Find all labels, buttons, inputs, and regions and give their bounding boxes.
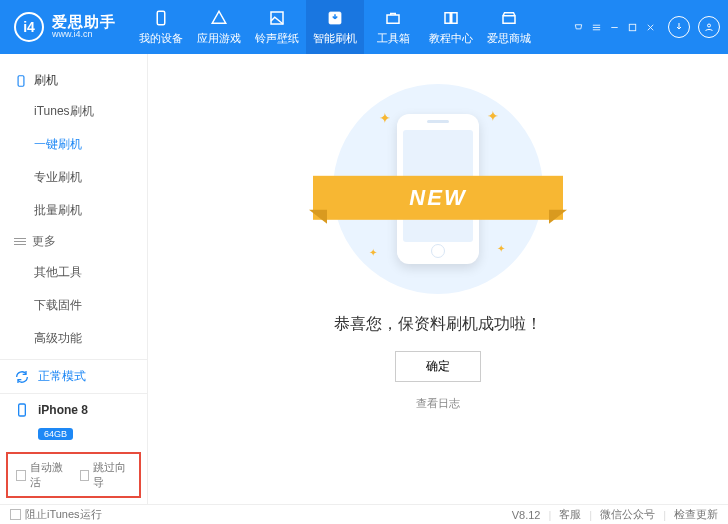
ok-button[interactable]: 确定: [395, 351, 481, 382]
sidebar-item-batch-flash[interactable]: 批量刷机: [34, 194, 147, 227]
download-button[interactable]: [668, 16, 690, 38]
sidebar-item-other-tools[interactable]: 其他工具: [34, 256, 147, 289]
nav-toolbox[interactable]: 工具箱: [364, 0, 422, 54]
section-title: 更多: [32, 233, 56, 250]
sidebar-section-more: 更多: [0, 227, 147, 256]
nav-label: 教程中心: [429, 31, 473, 46]
device-mode[interactable]: 正常模式: [0, 360, 147, 394]
version-label: V8.12: [512, 509, 541, 521]
svg-rect-7: [19, 404, 26, 416]
svg-rect-4: [629, 24, 635, 30]
success-message: 恭喜您，保资料刷机成功啦！: [334, 314, 542, 335]
wallpaper-icon: [268, 9, 286, 27]
nav-store[interactable]: 爱思商城: [480, 0, 538, 54]
svg-rect-6: [18, 75, 24, 86]
cart-icon[interactable]: [572, 21, 584, 33]
refresh-icon: [14, 369, 30, 385]
success-illustration: NEW ✦ ✦ ✦ ✦: [333, 84, 543, 294]
nav-apps[interactable]: 应用游戏: [190, 0, 248, 54]
nav-label: 工具箱: [377, 31, 410, 46]
nav-label: 铃声壁纸: [255, 31, 299, 46]
sidebar-item-itunes-flash[interactable]: iTunes刷机: [34, 95, 147, 128]
close-icon[interactable]: [644, 21, 656, 33]
brand-url: www.i4.cn: [52, 30, 116, 40]
brand-logo: i4 爱思助手 www.i4.cn: [14, 12, 116, 42]
block-itunes-checkbox[interactable]: 阻止iTunes运行: [10, 507, 102, 522]
nav-label: 爱思商城: [487, 31, 531, 46]
menu-icon: [14, 238, 26, 245]
sidebar-item-oneclick-flash[interactable]: 一键刷机: [34, 128, 147, 161]
sidebar-item-advanced[interactable]: 高级功能: [34, 322, 147, 355]
svg-point-5: [708, 24, 711, 27]
status-bar: 阻止iTunes运行 V8.12| 客服| 微信公众号| 检查更新: [0, 504, 728, 524]
nav-tutorial[interactable]: 教程中心: [422, 0, 480, 54]
mode-label: 正常模式: [38, 368, 86, 385]
sidebar-section-flash: 刷机: [0, 66, 147, 95]
header-right: [572, 16, 720, 38]
nav-flash[interactable]: 智能刷机: [306, 0, 364, 54]
checkbox-label: 阻止iTunes运行: [25, 507, 102, 522]
toolbox-icon: [384, 9, 402, 27]
checkbox-label: 自动激活: [30, 460, 68, 490]
section-title: 刷机: [34, 72, 58, 89]
storage-badge: 64GB: [38, 428, 73, 440]
skip-guide-checkbox[interactable]: 跳过向导: [80, 460, 132, 490]
sidebar-item-download-firmware[interactable]: 下载固件: [34, 289, 147, 322]
menu-icon[interactable]: [590, 21, 602, 33]
window-controls: [572, 21, 656, 33]
device-name: iPhone 8: [38, 403, 88, 417]
svg-rect-0: [157, 11, 165, 25]
phone-icon: [14, 74, 28, 88]
nav-label: 应用游戏: [197, 31, 241, 46]
main-content: NEW ✦ ✦ ✦ ✦ 恭喜您，保资料刷机成功啦！ 确定 查看日志: [148, 54, 728, 504]
logo-icon: i4: [14, 12, 44, 42]
sparkle-icon: ✦: [369, 247, 377, 258]
top-nav: 我的设备 应用游戏 铃声壁纸 智能刷机 工具箱 教程中心 爱思商城: [132, 0, 538, 54]
check-update-link[interactable]: 检查更新: [674, 507, 718, 522]
new-ribbon: NEW: [313, 176, 563, 220]
book-icon: [442, 9, 460, 27]
app-header: i4 爱思助手 www.i4.cn 我的设备 应用游戏 铃声壁纸 智能刷机 工具…: [0, 0, 728, 54]
view-log-link[interactable]: 查看日志: [416, 396, 460, 411]
checkbox-label: 跳过向导: [93, 460, 131, 490]
store-icon: [500, 9, 518, 27]
nav-my-device[interactable]: 我的设备: [132, 0, 190, 54]
svg-rect-3: [387, 15, 399, 23]
account-button[interactable]: [698, 16, 720, 38]
support-link[interactable]: 客服: [559, 507, 581, 522]
brand-name: 爱思助手: [52, 14, 116, 31]
sparkle-icon: ✦: [497, 243, 505, 254]
auto-activate-checkbox[interactable]: 自动激活: [16, 460, 68, 490]
nav-wallpaper[interactable]: 铃声壁纸: [248, 0, 306, 54]
phone-icon: [14, 402, 30, 418]
sidebar-item-pro-flash[interactable]: 专业刷机: [34, 161, 147, 194]
nav-label: 智能刷机: [313, 31, 357, 46]
sparkle-icon: ✦: [379, 110, 391, 126]
nav-label: 我的设备: [139, 31, 183, 46]
minimize-icon[interactable]: [608, 21, 620, 33]
sparkle-icon: ✦: [487, 108, 499, 124]
sidebar: 刷机 iTunes刷机 一键刷机 专业刷机 批量刷机 更多 其他工具 下载固件 …: [0, 54, 148, 504]
apps-icon: [210, 9, 228, 27]
flash-icon: [326, 9, 344, 27]
maximize-icon[interactable]: [626, 21, 638, 33]
wechat-link[interactable]: 微信公众号: [600, 507, 655, 522]
ribbon-text: NEW: [313, 176, 563, 220]
device-info[interactable]: iPhone 8 64GB: [0, 394, 147, 448]
phone-icon: [152, 9, 170, 27]
flash-options-row: 自动激活 跳过向导: [6, 452, 141, 498]
